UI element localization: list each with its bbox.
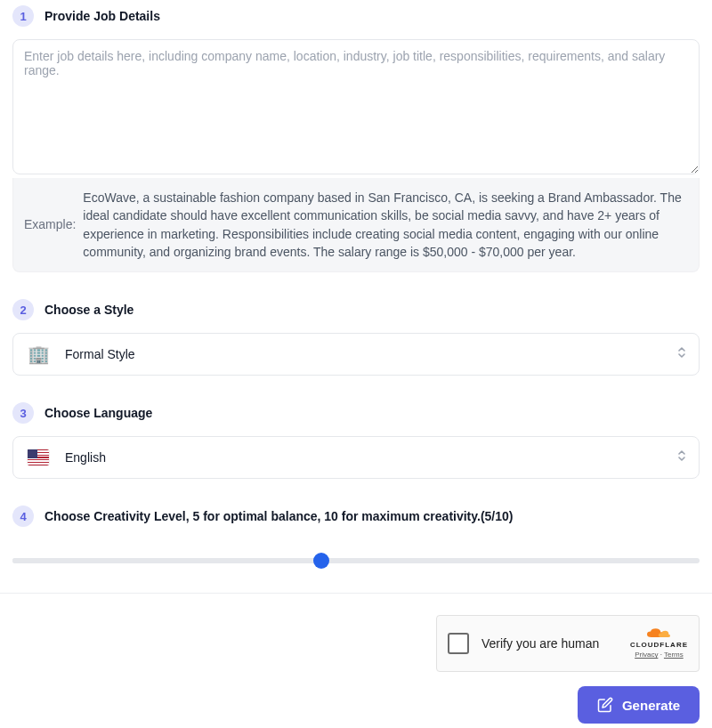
step-number-badge: 1 bbox=[12, 5, 34, 27]
example-row: Example: EcoWave, a sustainable fashion … bbox=[12, 178, 700, 272]
chevron-up-down-icon bbox=[676, 345, 688, 363]
terms-link[interactable]: Terms bbox=[664, 651, 684, 659]
language-select-value: English bbox=[65, 450, 106, 465]
privacy-link[interactable]: Privacy bbox=[635, 651, 658, 659]
style-select[interactable]: 🏢 Formal Style bbox=[12, 333, 700, 376]
language-select[interactable]: English bbox=[12, 436, 700, 479]
style-select-value: Formal Style bbox=[65, 347, 135, 361]
step-header: 2 Choose a Style bbox=[12, 299, 700, 320]
slider-fill bbox=[12, 558, 321, 563]
footer: Verify you are human CLOUDFLARE Privacy … bbox=[0, 594, 712, 728]
step-title: Choose Language bbox=[44, 406, 152, 420]
step-2-choose-style: 2 Choose a Style 🏢 Formal Style bbox=[12, 299, 700, 376]
captcha-text: Verify you are human bbox=[481, 636, 618, 651]
us-flag-icon bbox=[28, 449, 49, 465]
creativity-title-text: Choose Creativity Level, 5 for optimal b… bbox=[44, 509, 481, 523]
step-title: Provide Job Details bbox=[44, 9, 160, 23]
step-number-badge: 3 bbox=[12, 402, 34, 424]
generate-button-label: Generate bbox=[622, 698, 680, 713]
job-details-input[interactable] bbox=[12, 39, 700, 174]
creativity-value-display: (5/10) bbox=[481, 509, 514, 523]
cloudflare-logo bbox=[647, 628, 670, 639]
example-text: EcoWave, a sustainable fashion company b… bbox=[83, 189, 688, 261]
step-3-choose-language: 3 Choose Language English bbox=[12, 402, 700, 479]
step-header: 3 Choose Language bbox=[12, 402, 700, 424]
captcha-widget: Verify you are human CLOUDFLARE Privacy … bbox=[436, 615, 700, 672]
step-header: 1 Provide Job Details bbox=[12, 5, 700, 27]
generate-button[interactable]: Generate bbox=[578, 686, 700, 724]
step-title: Choose Creativity Level, 5 for optimal b… bbox=[44, 509, 514, 523]
step-number-badge: 2 bbox=[12, 299, 34, 320]
example-label: Example: bbox=[20, 215, 76, 233]
captcha-links: Privacy · Terms bbox=[635, 651, 684, 659]
step-number-badge: 4 bbox=[12, 506, 34, 527]
edit-icon bbox=[597, 697, 613, 713]
captcha-brand: CLOUDFLARE Privacy · Terms bbox=[630, 628, 688, 659]
chevron-up-down-icon bbox=[676, 449, 688, 466]
step-title: Choose a Style bbox=[44, 303, 134, 317]
creativity-slider[interactable] bbox=[12, 550, 700, 571]
building-icon: 🏢 bbox=[28, 346, 49, 362]
cloud-icon bbox=[647, 628, 670, 639]
slider-thumb[interactable] bbox=[313, 553, 329, 569]
step-1-job-details: 1 Provide Job Details Example: EcoWave, … bbox=[12, 5, 700, 272]
captcha-checkbox[interactable] bbox=[448, 633, 469, 654]
step-4-creativity: 4 Choose Creativity Level, 5 for optimal… bbox=[12, 506, 700, 571]
cloudflare-wordmark: CLOUDFLARE bbox=[630, 641, 688, 649]
step-header: 4 Choose Creativity Level, 5 for optimal… bbox=[12, 506, 700, 527]
